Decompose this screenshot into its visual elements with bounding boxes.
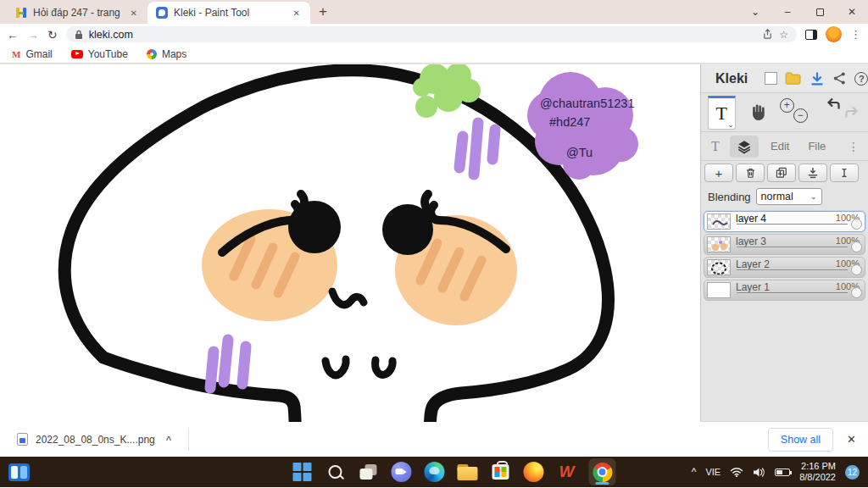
text-settings-tab[interactable]: T: [706, 139, 725, 154]
show-all-button[interactable]: Show all: [768, 428, 833, 452]
bookmark-star-icon[interactable]: ☆: [779, 30, 788, 40]
tab-close-icon[interactable]: ✕: [292, 7, 302, 19]
minimize-button[interactable]: –: [771, 0, 804, 24]
close-window-button[interactable]: ✕: [836, 0, 868, 24]
layers-tab[interactable]: [730, 136, 759, 158]
opacity-slider-track[interactable]: [737, 269, 848, 270]
bookmark-youtube[interactable]: YouTube: [71, 48, 128, 60]
layer-row-2[interactable]: Layer 2 100%: [704, 257, 865, 278]
download-bar: 2022_08_08_0ns_K....png ^ Show all ✕: [0, 421, 868, 457]
open-file-button[interactable]: [785, 72, 802, 86]
download-caret-icon[interactable]: ^: [166, 435, 171, 445]
wifi-icon[interactable]: [730, 467, 743, 477]
clock[interactable]: 2:16 PM 8/8/2022: [799, 461, 836, 483]
trash-icon: [744, 166, 757, 180]
kleki-brand: Kleki: [715, 71, 748, 86]
opacity-slider-track[interactable]: [737, 292, 848, 293]
hidden-icons-caret[interactable]: ^: [692, 466, 697, 478]
menu-file[interactable]: File: [801, 140, 832, 152]
layer-name: Layer 1: [736, 281, 770, 293]
panel-overflow-icon[interactable]: ⋮: [844, 140, 863, 153]
rename-layer-button[interactable]: [830, 164, 859, 182]
history-controls: [824, 96, 861, 130]
volume-icon[interactable]: [753, 467, 765, 478]
tab-search-icon[interactable]: ⌄: [739, 0, 771, 24]
opacity-slider-track[interactable]: [737, 224, 848, 225]
task-view-button[interactable]: [357, 461, 379, 483]
start-button[interactable]: [291, 461, 313, 483]
save-download-button[interactable]: [810, 71, 825, 86]
widgets-button[interactable]: [8, 463, 30, 481]
hand-tool-button[interactable]: [749, 102, 768, 124]
browser-menu-icon[interactable]: ⋮: [850, 28, 861, 41]
layer-row-1[interactable]: Layer 1 100%: [704, 280, 865, 301]
duplicate-layer-button[interactable]: [767, 164, 796, 182]
bookmark-maps[interactable]: Maps: [147, 48, 186, 60]
duplicate-icon: [775, 166, 788, 180]
delete-layer-button[interactable]: [736, 164, 765, 182]
share-icon[interactable]: [762, 29, 773, 40]
wps-button[interactable]: W: [555, 461, 577, 483]
opacity-slider-knob[interactable]: [851, 287, 862, 298]
share-nodes-icon: [832, 71, 847, 86]
close-download-bar-icon[interactable]: ✕: [847, 433, 856, 446]
layer-row-4[interactable]: layer 4 100%: [704, 211, 865, 232]
new-tab-button[interactable]: +: [319, 3, 327, 20]
search-button[interactable]: [324, 461, 346, 483]
help-icon: ?: [854, 72, 868, 86]
tab-hoidap247[interactable]: Hỏi đáp 247 - trang tra loi ✕: [7, 2, 147, 24]
download-item[interactable]: 2022_08_08_0ns_K....png ^: [12, 426, 176, 453]
bookmark-gmail[interactable]: MGmail: [12, 48, 53, 60]
kleki-tools-row: T ⌄ + −: [701, 93, 868, 132]
address-bar[interactable]: kleki.com ☆: [66, 26, 797, 42]
forward-button[interactable]: →: [27, 29, 39, 41]
share-button[interactable]: [832, 71, 847, 86]
layer-name: layer 4: [736, 213, 766, 225]
tab-close-icon[interactable]: ✕: [129, 7, 139, 19]
new-image-button[interactable]: [765, 72, 777, 85]
opacity-slider-knob[interactable]: [851, 241, 862, 252]
file-explorer-button[interactable]: [456, 461, 478, 483]
add-layer-button[interactable]: +: [704, 164, 733, 182]
merge-layer-button[interactable]: [798, 164, 827, 182]
language-indicator[interactable]: VIE: [705, 467, 721, 477]
battery-icon[interactable]: [775, 469, 790, 476]
blending-row: Blending normal ⌄: [701, 185, 868, 208]
maximize-icon: [816, 8, 824, 16]
opacity-slider-knob[interactable]: [851, 219, 862, 230]
reload-button[interactable]: ↻: [47, 29, 58, 41]
side-panel-icon[interactable]: [805, 30, 817, 40]
redo-button[interactable]: [843, 106, 860, 124]
zoom-in-button[interactable]: +: [780, 98, 794, 113]
back-button[interactable]: ←: [7, 29, 19, 41]
window-controls: ⌄ – ✕: [739, 0, 868, 24]
task-view-icon: [359, 464, 376, 480]
opacity-slider-knob[interactable]: [851, 264, 862, 275]
help-button[interactable]: ?: [854, 72, 868, 86]
profile-avatar[interactable]: [826, 26, 842, 42]
layer-name: layer 3: [736, 236, 766, 247]
zoom-out-button[interactable]: −: [793, 108, 808, 123]
tab-kleki[interactable]: Kleki - Paint Tool ✕: [147, 2, 310, 24]
store-button[interactable]: [489, 461, 511, 483]
chat-button[interactable]: [390, 461, 412, 483]
layer-thumbnail: [707, 282, 731, 298]
notification-badge[interactable]: 12: [845, 465, 860, 480]
menu-edit[interactable]: Edit: [764, 140, 796, 152]
opacity-slider-track[interactable]: [737, 247, 848, 247]
undo-button[interactable]: [826, 97, 843, 115]
download-icon: [810, 71, 825, 86]
text-tool-button[interactable]: T ⌄: [708, 96, 736, 130]
layer-row-3[interactable]: layer 3 100%: [704, 234, 865, 255]
time: 2:16 PM: [801, 461, 836, 471]
firefox-button[interactable]: [522, 461, 544, 483]
windows-icon: [292, 463, 311, 481]
paint-canvas[interactable]: @chautran51231 #hd247 @Tu: [0, 64, 700, 422]
edge-button[interactable]: [423, 461, 445, 483]
maximize-button[interactable]: [804, 0, 836, 24]
chrome-icon: [593, 463, 612, 482]
chrome-button-active[interactable]: [588, 458, 615, 485]
kleki-header: Kleki ?: [701, 64, 868, 93]
blending-select[interactable]: normal ⌄: [756, 188, 822, 205]
bookmarks-bar: MGmail YouTube Maps: [0, 45, 868, 64]
